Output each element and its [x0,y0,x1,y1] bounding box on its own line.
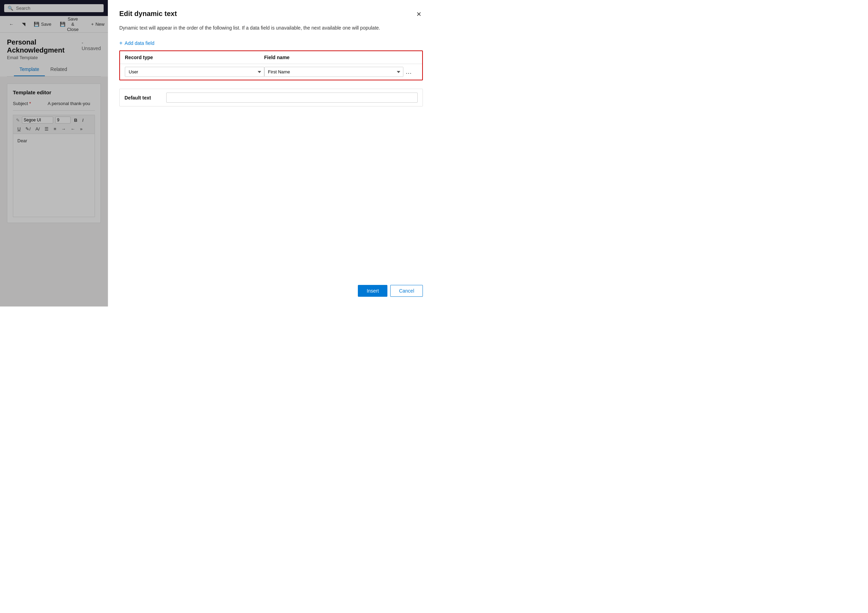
default-text-input[interactable] [166,93,418,102]
dialog-title: Edit dynamic text [119,10,177,18]
insert-button[interactable]: Insert [358,285,388,297]
data-field-table: Record type Field name User Contact Lead… [119,50,423,81]
record-type-select[interactable]: User Contact Lead Account [125,67,264,77]
dialog-footer: Insert Cancel [119,279,423,297]
dialog-description: Dynamic text will appear in the order of… [119,24,423,32]
table-row: User Contact Lead Account First Name Las… [120,64,422,80]
default-text-label: Default text [124,95,166,101]
record-type-header: Record type [125,54,264,60]
default-text-section: Default text [119,89,423,107]
field-name-cell: First Name Last Name Email Full Name [264,67,404,77]
field-name-header: Field name [264,54,404,60]
row-more-button[interactable]: … [403,67,414,77]
record-type-cell: User Contact Lead Account [125,67,264,77]
add-data-field-button[interactable]: + Add data field [119,40,423,46]
table-header-row: Record type Field name [120,51,422,64]
cancel-button[interactable]: Cancel [390,285,423,297]
dialog-panel: Edit dynamic text ✕ Dynamic text will ap… [108,0,434,306]
field-name-select[interactable]: First Name Last Name Email Full Name [264,67,404,77]
close-button[interactable]: ✕ [415,10,423,19]
plus-icon: + [119,40,122,46]
dialog-header: Edit dynamic text ✕ [119,10,423,19]
overlay [0,0,108,306]
row-actions-cell: … [403,67,417,77]
